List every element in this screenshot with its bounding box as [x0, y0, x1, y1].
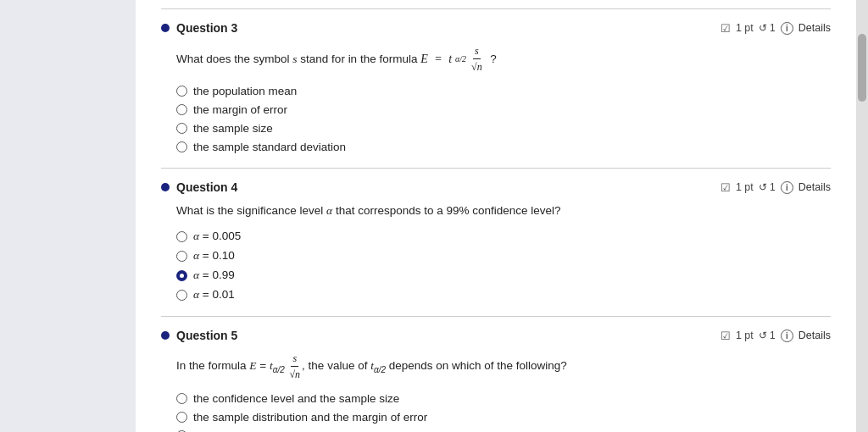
question-3-points: 1 pt	[736, 22, 754, 34]
q4-option-2-text: α = 0.10	[193, 249, 235, 263]
question-4-dot	[161, 183, 170, 191]
q4-option-3-text: α = 0.99	[193, 269, 235, 282]
check-icon-q4: ☑	[721, 181, 731, 194]
question-3-body: What does the symbol s stand for in the …	[161, 43, 831, 153]
q3-option-2[interactable]: the margin of error	[176, 103, 822, 116]
question-5-dot	[161, 331, 170, 340]
undo-icon-q4[interactable]: ↺ 1	[759, 181, 776, 193]
q5-option-1[interactable]: the confidence level and the sample size	[176, 392, 822, 405]
question-4-text: What is the significance level α that co…	[176, 202, 822, 219]
q3-option-2-text: the margin of error	[193, 103, 287, 116]
q4-radio-2[interactable]	[176, 251, 187, 262]
question-3-dot	[161, 24, 170, 32]
question-4-title-left: Question 4	[161, 180, 237, 194]
question-3-block: Question 3 ☑ 1 pt ↺ 1 i Details What doe…	[161, 8, 831, 168]
fraction-q3: s √n	[470, 43, 484, 75]
question-4-header: Question 4 ☑ 1 pt ↺ 1 i Details	[161, 180, 831, 194]
info-icon-q3[interactable]: i	[781, 22, 793, 35]
q5-radio-1[interactable]	[176, 393, 187, 404]
q3-option-3-text: the sample size	[193, 122, 273, 135]
q3-option-4[interactable]: the sample standard deviation	[176, 141, 822, 153]
question-5-header: Question 5 ☑ 1 pt ↺ 1 i Details	[161, 329, 831, 342]
q4-radio-3[interactable]	[176, 270, 187, 281]
question-5-points: 1 pt	[736, 330, 754, 341]
question-5-title-left: Question 5	[161, 329, 237, 342]
q4-radio-1[interactable]	[176, 231, 187, 242]
question-4-meta: ☑ 1 pt ↺ 1 i Details	[721, 181, 831, 194]
question-4-points: 1 pt	[736, 181, 754, 193]
check-icon-q3: ☑	[721, 22, 731, 35]
details-link-q3[interactable]: Details	[798, 22, 831, 34]
scrollbar[interactable]	[856, 0, 868, 432]
question-5-meta: ☑ 1 pt ↺ 1 i Details	[721, 330, 831, 342]
q5-option-1-text: the confidence level and the sample size	[193, 392, 399, 405]
q3-option-1-text: the population mean	[193, 85, 297, 97]
question-3-options: the population mean the margin of error …	[176, 85, 822, 153]
check-icon-q5: ☑	[721, 330, 731, 342]
q3-radio-1[interactable]	[176, 86, 187, 97]
q3-radio-2[interactable]	[176, 104, 187, 115]
scrollbar-thumb[interactable]	[858, 34, 866, 102]
question-4-body: What is the significance level α that co…	[161, 202, 831, 302]
question-3-title: Question 3	[176, 21, 237, 35]
q4-option-4-text: α = 0.01	[193, 288, 235, 302]
question-4-block: Question 4 ☑ 1 pt ↺ 1 i Details What is …	[161, 168, 831, 316]
question-3-meta: ☑ 1 pt ↺ 1 i Details	[721, 22, 831, 35]
details-link-q5[interactable]: Details	[798, 330, 831, 341]
q4-option-1[interactable]: α = 0.005	[176, 230, 822, 243]
q3-option-3[interactable]: the sample size	[176, 122, 822, 135]
q5-option-2-text: the sample distribution and the margin o…	[193, 411, 427, 424]
q3-radio-4[interactable]	[176, 141, 187, 152]
q4-option-2[interactable]: α = 0.10	[176, 249, 822, 263]
q4-radio-4[interactable]	[176, 290, 187, 301]
q3-option-4-text: the sample standard deviation	[193, 141, 346, 153]
q5-option-2[interactable]: the sample distribution and the margin o…	[176, 411, 822, 424]
question-5-text: In the formula E = tα/2 s√n, the value o…	[176, 351, 822, 382]
sidebar	[0, 0, 136, 432]
question-3-header: Question 3 ☑ 1 pt ↺ 1 i Details	[161, 21, 831, 35]
main-content: Question 3 ☑ 1 pt ↺ 1 i Details What doe…	[136, 0, 856, 432]
question-3-title-left: Question 3	[161, 21, 237, 35]
formula-q3: E = tα/2 s √n	[420, 43, 484, 75]
details-link-q4[interactable]: Details	[798, 181, 831, 193]
info-icon-q5[interactable]: i	[781, 330, 793, 342]
q3-option-1[interactable]: the population mean	[176, 85, 822, 97]
undo-icon-q5[interactable]: ↺ 1	[759, 330, 776, 341]
question-5-block: Question 5 ☑ 1 pt ↺ 1 i Details In the f…	[161, 316, 831, 432]
question-4-options: α = 0.005 α = 0.10 α = 0.99 α = 0.01	[176, 230, 822, 302]
question-5-title: Question 5	[176, 329, 237, 342]
undo-icon-q3[interactable]: ↺ 1	[759, 22, 776, 34]
q5-radio-2[interactable]	[176, 412, 187, 423]
q3-radio-3[interactable]	[176, 123, 187, 134]
question-5-body: In the formula E = tα/2 s√n, the value o…	[161, 351, 831, 432]
q4-option-4[interactable]: α = 0.01	[176, 288, 822, 302]
question-4-title: Question 4	[176, 180, 237, 194]
question-3-text: What does the symbol s stand for in the …	[176, 43, 822, 75]
question-5-options: the confidence level and the sample size…	[176, 392, 822, 432]
q4-option-3[interactable]: α = 0.99	[176, 269, 822, 282]
info-icon-q4[interactable]: i	[781, 181, 793, 194]
q4-option-1-text: α = 0.005	[193, 230, 241, 243]
